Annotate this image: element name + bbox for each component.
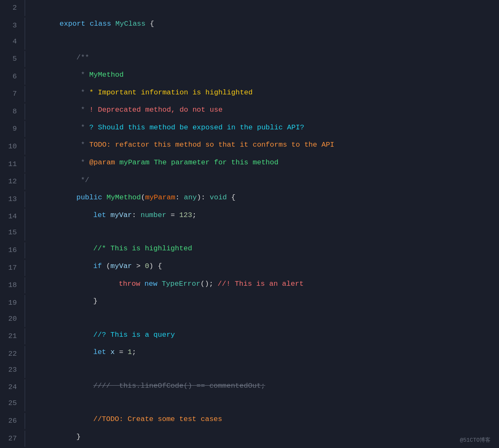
watermark: @51CTO博客 — [460, 435, 491, 444]
line-number-27: 27 — [0, 431, 25, 447]
line-number-5: 5 — [0, 51, 25, 67]
watermark-text: @51CTO博客 — [460, 437, 491, 443]
code-line-3: 3 — [0, 18, 499, 34]
code-line-4: 4 /** — [0, 34, 499, 51]
code-line-2: 2 export class MyClass { — [0, 0, 499, 18]
line-number-12: 12 — [0, 174, 25, 190]
code-line-9: 9 * TODO: refactor this method so that i… — [0, 121, 499, 139]
code-line-23: 23 //// this.lineOfCode() == commentedOu… — [0, 362, 499, 380]
line-number-4: 4 — [0, 34, 25, 50]
code-line-11: 11 */ — [0, 156, 499, 174]
line-number-13: 13 — [0, 191, 25, 207]
line-number-18: 18 — [0, 277, 25, 293]
code-line-12: 12 public MyMethod(myParam: any): void { — [0, 174, 499, 191]
code-line-20: 20 //? This is a query — [0, 311, 499, 329]
line-number-15: 15 — [0, 225, 25, 241]
line-number-25: 25 — [0, 395, 25, 411]
line-number-17: 17 — [0, 260, 25, 276]
code-line-14: 14 — [0, 209, 499, 225]
line-number-22: 22 — [0, 346, 25, 362]
code-line-16: 16 if (myVar > 0) { — [0, 242, 499, 260]
line-number-26: 26 — [0, 413, 25, 429]
line-number-8: 8 — [0, 104, 25, 120]
code-line-19: 19 — [0, 295, 499, 311]
code-line-27: 27 } — [0, 431, 499, 448]
code-line-13: 13 let myVar: number = 123; — [0, 191, 499, 209]
code-line-7: 7 * ! Deprecated method, do not use — [0, 86, 499, 104]
code-line-24: 24 — [0, 379, 499, 395]
line-number-10: 10 — [0, 139, 25, 155]
code-line-17: 17 throw new TypeError(); //! This is an… — [0, 260, 499, 278]
code-line-6: 6 * * Important information is highlight… — [0, 69, 499, 86]
code-line-5: 5 * MyMethod — [0, 51, 499, 69]
code-line-8: 8 * ? Should this method be exposed in t… — [0, 104, 499, 121]
code-line-18: 18 } — [0, 277, 499, 295]
code-line-25: 25 //TODO: Create some test cases — [0, 395, 499, 413]
line-number-19: 19 — [0, 295, 25, 311]
code-line-26: 26 } — [0, 413, 499, 431]
line-number-9: 9 — [0, 121, 25, 137]
code-line-21: 21 let x = 1; — [0, 328, 499, 346]
line-number-21: 21 — [0, 328, 25, 344]
code-line-15: 15 //* This is highlighted — [0, 225, 499, 242]
line-content-27: } — [25, 431, 64, 448]
line-number-2: 2 — [0, 0, 25, 16]
code-editor: 2 export class MyClass { 3 4 /** 5 * MyM… — [0, 0, 499, 448]
line-number-24: 24 — [0, 379, 25, 395]
line-number-16: 16 — [0, 242, 25, 258]
code-line-10: 10 * @param myParam The parameter for th… — [0, 139, 499, 156]
line-number-3: 3 — [0, 18, 25, 34]
code-line-22: 22 — [0, 346, 499, 362]
line-number-11: 11 — [0, 156, 25, 172]
line-number-20: 20 — [0, 311, 25, 327]
line-number-6: 6 — [0, 69, 25, 85]
line-number-14: 14 — [0, 209, 25, 225]
line-number-7: 7 — [0, 86, 25, 102]
line-number-23: 23 — [0, 362, 25, 378]
